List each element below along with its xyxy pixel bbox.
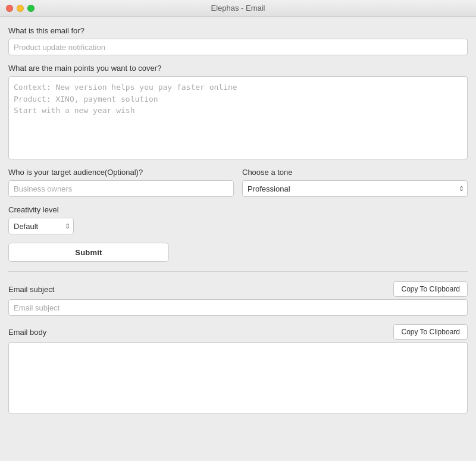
submit-button[interactable]: Submit: [8, 243, 169, 262]
email-purpose-input[interactable]: [8, 39, 468, 55]
creativity-label: Creativity level: [8, 205, 468, 214]
tone-select[interactable]: Professional Casual Formal Friendly Pers…: [242, 180, 468, 197]
traffic-light-buttons: [6, 5, 35, 12]
creativity-group: Creativity level Default Low Medium High…: [8, 205, 468, 234]
target-audience-label: Who is your target audience(Optional)?: [8, 168, 234, 177]
main-points-group: What are the main points you want to cov…: [8, 64, 468, 159]
email-body-output-group: Email body Copy To Clipboard: [8, 324, 468, 413]
creativity-select[interactable]: Default Low Medium High: [8, 218, 74, 234]
maximize-button[interactable]: [27, 5, 35, 12]
title-bar: Elephas - Email: [0, 0, 476, 17]
tone-group: Choose a tone Professional Casual Formal…: [242, 168, 468, 197]
email-body-label: Email body: [8, 328, 46, 337]
copy-subject-button[interactable]: Copy To Clipboard: [393, 281, 468, 297]
email-purpose-label: What is this email for?: [8, 26, 468, 35]
close-button[interactable]: [6, 5, 13, 12]
email-subject-field[interactable]: [8, 299, 468, 316]
target-audience-input[interactable]: [8, 180, 234, 197]
copy-body-button[interactable]: Copy To Clipboard: [393, 324, 468, 340]
email-purpose-group: What is this email for?: [8, 26, 468, 55]
email-subject-label: Email subject: [8, 285, 54, 294]
email-subject-output-group: Email subject Copy To Clipboard: [8, 281, 468, 316]
divider: [8, 271, 468, 272]
window-title: Elephas - Email: [211, 4, 265, 12]
main-points-input[interactable]: [8, 76, 468, 159]
email-body-field[interactable]: [8, 342, 468, 413]
tone-label: Choose a tone: [242, 168, 468, 177]
minimize-button[interactable]: [17, 5, 24, 12]
main-points-label: What are the main points you want to cov…: [8, 64, 468, 73]
target-audience-group: Who is your target audience(Optional)?: [8, 168, 234, 197]
